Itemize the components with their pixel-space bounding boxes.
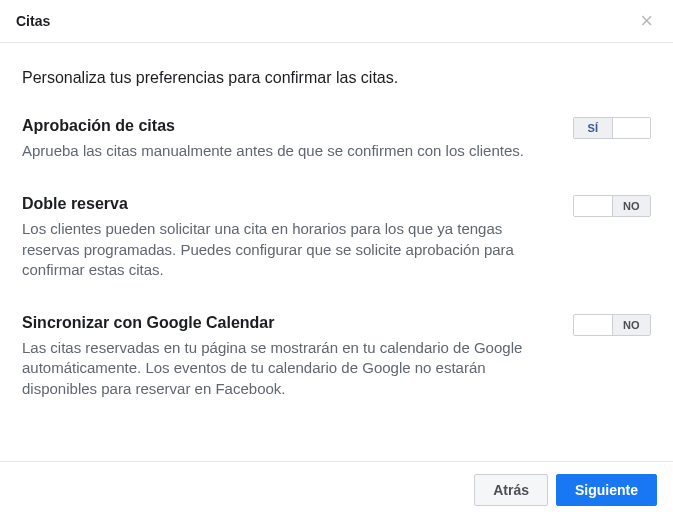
toggle-double-booking[interactable]: NO — [573, 195, 651, 217]
setting-approval: Aprobación de citas SÍ Aprueba las citas… — [22, 117, 651, 161]
dialog-header: Citas × — [0, 0, 673, 43]
toggle-sync-no[interactable]: NO — [613, 315, 651, 335]
toggle-sync-calendar[interactable]: NO — [573, 314, 651, 336]
setting-double-desc: Los clientes pueden solicitar una cita e… — [22, 219, 562, 280]
setting-double-title: Doble reserva — [22, 195, 128, 213]
setting-approval-title: Aprobación de citas — [22, 117, 175, 135]
back-button[interactable]: Atrás — [474, 474, 548, 506]
setting-sync-title: Sincronizar con Google Calendar — [22, 314, 275, 332]
dialog-title: Citas — [16, 13, 50, 29]
toggle-approval-no[interactable] — [613, 118, 651, 138]
intro-text: Personaliza tus preferencias para confir… — [22, 69, 651, 87]
dialog-footer: Atrás Siguiente — [0, 461, 673, 518]
toggle-approval[interactable]: SÍ — [573, 117, 651, 139]
setting-approval-desc: Aprueba las citas manualmente antes de q… — [22, 141, 562, 161]
close-icon[interactable]: × — [636, 10, 657, 32]
toggle-double-no[interactable]: NO — [613, 196, 651, 216]
toggle-double-yes[interactable] — [574, 196, 612, 216]
toggle-approval-yes[interactable]: SÍ — [574, 118, 612, 138]
dialog-content: Personaliza tus preferencias para confir… — [0, 43, 673, 461]
setting-double-booking: Doble reserva NO Los clientes pueden sol… — [22, 195, 651, 280]
setting-sync-desc: Las citas reservadas en tu página se mos… — [22, 338, 562, 399]
next-button[interactable]: Siguiente — [556, 474, 657, 506]
toggle-sync-yes[interactable] — [574, 315, 612, 335]
setting-sync-calendar: Sincronizar con Google Calendar NO Las c… — [22, 314, 651, 399]
